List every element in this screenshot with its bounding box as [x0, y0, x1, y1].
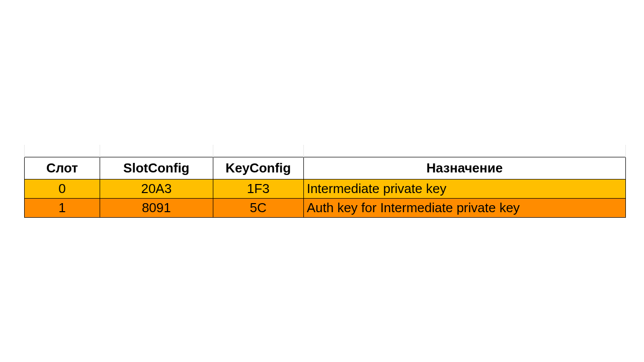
header-keyconfig: KeyConfig: [213, 157, 303, 179]
header-purpose: Назначение: [303, 157, 625, 179]
slot-config-table-wrap: Слот SlotConfig KeyConfig Назначение 0 2…: [24, 145, 626, 218]
cell-slotconfig: 20A3: [100, 179, 213, 198]
cell-keyconfig: 1F3: [213, 179, 303, 198]
table-row: 0 20A3 1F3 Intermediate private key: [25, 179, 626, 198]
slot-config-table: Слот SlotConfig KeyConfig Назначение 0 2…: [24, 145, 626, 218]
grid-row: [25, 145, 626, 157]
header-slotconfig: SlotConfig: [100, 157, 213, 179]
cell-purpose: Intermediate private key: [303, 179, 625, 198]
cell-keyconfig: 5C: [213, 198, 303, 217]
cell-slot: 0: [25, 179, 100, 198]
table-row: 1 8091 5C Auth key for Intermediate priv…: [25, 198, 626, 217]
table-header-row: Слот SlotConfig KeyConfig Назначение: [25, 157, 626, 179]
cell-slot: 1: [25, 198, 100, 217]
cell-slotconfig: 8091: [100, 198, 213, 217]
cell-purpose: Auth key for Intermediate private key: [303, 198, 625, 217]
header-slot: Слот: [25, 157, 100, 179]
